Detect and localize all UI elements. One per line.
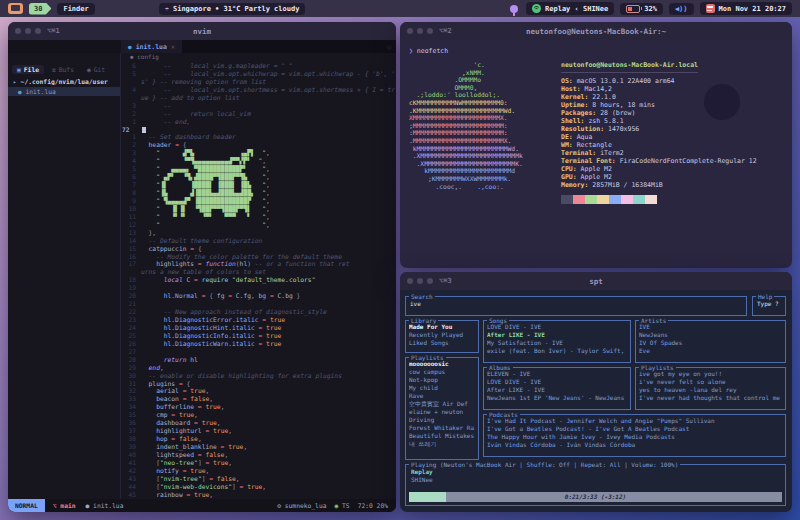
tab-git[interactable]: ◉Git [82,65,110,74]
code-line: 6 " ▄▛▘ ▝▜▖▟████▀▜███▛▀▜▙ ", [121,173,396,181]
terminal-body[interactable]: ❯ neofetch 'c. ,xNMM. .OMMMMo OMMM0, .;l… [400,40,792,268]
list-item[interactable]: elaine + neuton [409,408,475,416]
list-item[interactable]: Driving [409,416,475,424]
code-line: 2 -- return local_vim [121,110,396,118]
close-button[interactable] [15,28,21,34]
zoom-button[interactable] [35,28,41,34]
list-item[interactable]: IVE [639,323,782,331]
clock-pill[interactable]: Mon Nov 21 20:27 [700,2,792,15]
list-item[interactable]: Made For You [409,323,475,331]
list-item[interactable]: My child [409,384,475,392]
list-item[interactable]: Rave [409,392,475,400]
palette-swatch [633,195,645,204]
editor-pane[interactable]: ✱ config 6 -- local_vim.g.mapleader = " … [121,53,396,499]
code-line: 20 hl.Normal = { fg = C.fg, bg = C.bg } [121,292,396,300]
library-panel-label: Library [409,317,438,324]
list-item[interactable]: ive got my eye on you!! [639,370,782,378]
list-item[interactable]: The Happy Hour with Jamie Ivey - Ivey Me… [487,433,782,441]
list-item[interactable]: LOVE DIVE - IVE [487,378,627,386]
zoom-button[interactable] [427,278,433,284]
code-line: 25 hl.DiagnosticInfo.italic = true [121,332,396,340]
list-item[interactable]: NewJeans [639,331,782,339]
workspace-badge[interactable]: 30 [29,3,51,15]
list-item[interactable]: yes to heaven -lana del rey [639,386,782,394]
code-area[interactable]: 6 -- local_vim.g.mapleader = " "5 -- loc… [121,62,396,499]
list-item[interactable]: Liked Songs [409,339,475,347]
albums-panel-label: Albums [487,364,513,371]
close-button[interactable] [407,278,413,284]
code-line: 3 " ▟▀▙ ▗▄▛▌ ", [121,149,396,157]
now-playing-pill[interactable]: Replay ‹ SHINee [526,2,614,15]
explorer-selected-file[interactable]: ● init.lua [8,87,120,96]
tab-close-icon[interactable]: ✕ [171,43,175,51]
playing-panel: Playing (Neuton's MacBook Air | Shuffle:… [405,464,786,506]
neofetch-separator: ─────────────────────────────────── [561,69,757,77]
search-panel[interactable]: Search ive [405,296,747,316]
palette-swatch [585,195,597,204]
traffic-lights[interactable] [407,278,433,284]
list-item[interactable]: exile (feat. Bon Iver) - Taylor Swift, [487,347,627,355]
traffic-lights[interactable] [15,28,41,34]
pin-icon[interactable] [510,5,518,13]
list-item[interactable]: I've Had It Podcast - Jennifer Welch and… [487,417,782,425]
battery-pill[interactable]: 32% [620,3,663,15]
artists-items: IVENewJeansIV Of SpadesEve [636,321,785,357]
list-item[interactable]: My Satisfaction - IVE [487,339,627,347]
list-item[interactable]: After LIKE - IVE [487,331,627,339]
minimize-button[interactable] [417,28,423,34]
list-item[interactable]: After LIKE - IVE [487,386,627,394]
tab-file[interactable]: ▣File [12,65,44,74]
list-item[interactable]: i've never felt so alone [639,378,782,386]
code-line: 42 notify = true, [121,467,396,475]
code-line: 18 local C = require "default_theme.colo… [121,276,396,284]
code-line: 15 catppuccin = { [121,245,396,253]
tabline-menu-icon[interactable]: ○ [387,43,396,50]
list-item[interactable]: I've never had thoughts that control me [639,394,782,402]
list-item[interactable]: cow campus [409,368,475,376]
list-item[interactable]: Forest Whitaker Ra [409,424,475,432]
list-item[interactable]: Not-kpop [409,376,475,384]
command-text: neofetch [417,47,448,55]
tab-bufs[interactable]: ≡Bufs [47,65,79,74]
list-item[interactable]: Eve [639,347,782,355]
list-item[interactable]: 내 쓰레기 [409,440,475,448]
traffic-lights[interactable] [407,28,433,34]
buffer-tab[interactable]: ● init.lua ✕ [121,40,182,53]
list-item[interactable]: ELEVEN - IVE [487,370,627,378]
battery-label: 32% [644,5,657,13]
list-item[interactable]: IV Of Spades [639,339,782,347]
tab-git-label: Git [94,66,105,73]
git-branch[interactable]: ⌥ main [53,502,76,509]
close-button[interactable] [407,28,413,34]
playing-track: Replay [411,468,433,475]
progress-bar[interactable]: 0:21/3:33 (-3:12) [409,492,782,502]
list-item[interactable]: LOVE DIVE - IVE [487,323,627,331]
app-name-pill[interactable]: Finder [57,3,94,15]
list-item[interactable]: mooooooosic [409,360,475,368]
list-item[interactable]: Iván Vindas Córdoba - Iván Vindas Córdob… [487,441,782,449]
zoom-button[interactable] [427,28,433,34]
active-app-icon[interactable] [8,3,23,14]
list-item[interactable]: Beautiful Mistakes [409,432,475,440]
volume-pill[interactable]: ◀)) [669,3,694,15]
palette-swatch [645,195,657,204]
search-input[interactable]: ive [406,297,746,310]
symbol-icon: ✱ [130,53,134,60]
lsp-status: ⚙ sumneko_lua [277,502,326,509]
mode-indicator: NORMAL [8,499,45,512]
list-item[interactable]: 空中貴賓室 Air Def [409,400,475,408]
statusline-file[interactable]: ● init.lua [86,502,124,509]
code-line: 14 -- Default theme configuration [121,237,396,245]
help-panel[interactable]: Help Type ? [752,296,786,316]
minimize-button[interactable] [417,278,423,284]
list-item[interactable]: NewJeans 1st EP 'New Jeans' - NewJeans [487,394,627,402]
explorer-root-path[interactable]: ▸ ~/.config/nvim/lua/user [8,78,120,85]
weather-pill[interactable]: ☂Singapore • 31°C Partly cloudy [159,3,306,15]
progress-time: 0:21/3:33 (-3:12) [409,492,782,502]
list-item[interactable]: Recently Played [409,331,475,339]
explorer-tabs: ▣File ≡Bufs ◉Git [8,65,120,74]
list-item[interactable]: I've Got a Beatles Podcast! - I've Got A… [487,425,782,433]
editor-cursor [142,127,146,134]
code-line: 39 indent_blankline = true, [121,443,396,451]
minimize-button[interactable] [25,28,31,34]
